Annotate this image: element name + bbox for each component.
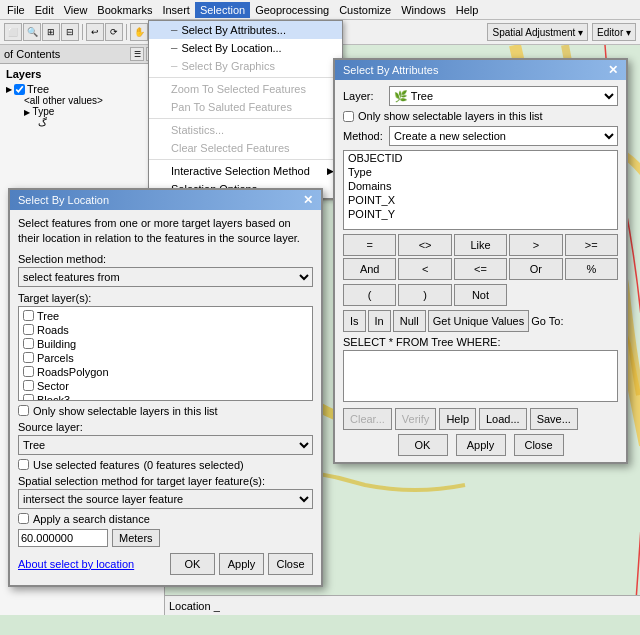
attributes-dialog-title: Select By Attributes ✕ bbox=[335, 60, 626, 80]
dropdown-sep-2 bbox=[149, 118, 342, 119]
target-layers-list: Tree Roads Building Parcels RoadsPolygon… bbox=[18, 306, 313, 401]
select-by-attributes-dialog: Select By Attributes ✕ Layer: 🌿 Tree Onl… bbox=[333, 58, 628, 464]
toolbar-btn-1[interactable]: ⬜ bbox=[4, 23, 22, 41]
toolbar-btn-5[interactable]: ↩ bbox=[86, 23, 104, 41]
layer-roadspolygon-item[interactable]: RoadsPolygon bbox=[21, 365, 310, 379]
attr-only-selectable-label: Only show selectable layers in this list bbox=[358, 110, 543, 122]
about-link[interactable]: About select by location bbox=[18, 558, 134, 570]
fields-listbox[interactable]: OBJECTID Type Domains POINT_X POINT_Y bbox=[343, 150, 618, 230]
toolbar-btn-7[interactable]: ✋ bbox=[130, 23, 148, 41]
clear-btn[interactable]: Clear... bbox=[343, 408, 392, 430]
field-type[interactable]: Type bbox=[344, 165, 617, 179]
dropdown-item-attributes[interactable]: ─ Select By Attributes... bbox=[149, 21, 342, 39]
dropdown-sep-3 bbox=[149, 159, 342, 160]
attr-apply-btn[interactable]: Apply bbox=[456, 434, 506, 456]
attr-method-select[interactable]: Create a new selection bbox=[389, 126, 618, 146]
selection-method-select[interactable]: select features from bbox=[18, 267, 313, 287]
save-btn[interactable]: Save... bbox=[530, 408, 578, 430]
field-pointy[interactable]: POINT_Y bbox=[344, 207, 617, 221]
selection-dropdown: ─ Select By Attributes... ─ Select By Lo… bbox=[148, 20, 343, 199]
sql-label: SELECT * FROM Tree WHERE: bbox=[343, 336, 618, 348]
toolbar-btn-6[interactable]: ⟳ bbox=[105, 23, 123, 41]
layer-tree-item[interactable]: Tree bbox=[21, 309, 310, 323]
menu-bookmarks[interactable]: Bookmarks bbox=[92, 2, 157, 18]
distance-input[interactable] bbox=[18, 529, 108, 547]
dropdown-item-pan: Pan To Saluted Features bbox=[149, 98, 342, 116]
op-is[interactable]: Is bbox=[343, 310, 366, 332]
layer-sector-item[interactable]: Sector bbox=[21, 379, 310, 393]
menu-edit[interactable]: Edit bbox=[30, 2, 59, 18]
goto-label: Go To: bbox=[531, 315, 563, 327]
location-label: Location _ bbox=[169, 600, 220, 612]
menu-view[interactable]: View bbox=[59, 2, 93, 18]
op-like[interactable]: Like bbox=[454, 234, 507, 256]
toolbar-btn-4[interactable]: ⊟ bbox=[61, 23, 79, 41]
select-by-location-dialog: Select By Location ✕ Select features fro… bbox=[8, 188, 323, 587]
layer-parcels-item[interactable]: Parcels bbox=[21, 351, 310, 365]
attr-only-selectable[interactable] bbox=[343, 111, 354, 122]
apply-search-row: Apply a search distance bbox=[18, 513, 313, 525]
op-close-paren[interactable]: ) bbox=[398, 284, 451, 306]
attrs-icon: ─ bbox=[171, 25, 177, 35]
menu-selection[interactable]: Selection bbox=[195, 2, 250, 18]
only-selectable-checkbox[interactable] bbox=[18, 405, 29, 416]
op-open-paren[interactable]: ( bbox=[343, 284, 396, 306]
location-apply-btn[interactable]: Apply bbox=[219, 553, 264, 575]
attr-layer-label: Layer: bbox=[343, 90, 383, 102]
attr-method-label: Method: bbox=[343, 130, 383, 142]
menu-help[interactable]: Help bbox=[451, 2, 484, 18]
op-ne[interactable]: <> bbox=[398, 234, 451, 256]
menu-file[interactable]: File bbox=[2, 2, 30, 18]
dropdown-item-graphics: ─ Select By Graphics bbox=[149, 57, 342, 75]
attr-ok-btn[interactable]: OK bbox=[398, 434, 448, 456]
op-in[interactable]: In bbox=[368, 310, 391, 332]
toc-tree-layer[interactable]: ▶ Tree bbox=[6, 83, 158, 95]
load-btn[interactable]: Load... bbox=[479, 408, 527, 430]
dropdown-item-interactive[interactable]: Interactive Selection Method ▶ bbox=[149, 162, 342, 180]
layer-roads-item[interactable]: Roads bbox=[21, 323, 310, 337]
menu-customize[interactable]: Customize bbox=[334, 2, 396, 18]
help-btn[interactable]: Help bbox=[439, 408, 476, 430]
spatial-method-select[interactable]: intersect the source layer feature bbox=[18, 489, 313, 509]
op-pct[interactable]: % bbox=[565, 258, 618, 280]
only-selectable-row: Only show selectable layers in this list bbox=[18, 405, 313, 417]
location-close-btn[interactable]: Close bbox=[268, 553, 313, 575]
location-dialog-close[interactable]: ✕ bbox=[303, 193, 313, 207]
source-layer-select[interactable]: Tree bbox=[18, 435, 313, 455]
op-and[interactable]: And bbox=[343, 258, 396, 280]
toolbar-btn-2[interactable]: 🔍 bbox=[23, 23, 41, 41]
field-domains[interactable]: Domains bbox=[344, 179, 617, 193]
menu-geoprocessing[interactable]: Geoprocessing bbox=[250, 2, 334, 18]
layer-building-item[interactable]: Building bbox=[21, 337, 310, 351]
field-objectid[interactable]: OBJECTID bbox=[344, 151, 617, 165]
attr-close-btn[interactable]: Close bbox=[514, 434, 564, 456]
layer-block3-item[interactable]: Block3 bbox=[21, 393, 310, 401]
op-lte[interactable]: <= bbox=[454, 258, 507, 280]
location-ok-btn[interactable]: OK bbox=[170, 553, 215, 575]
tree-layer-checkbox[interactable] bbox=[14, 84, 25, 95]
use-selected-checkbox[interactable] bbox=[18, 459, 29, 470]
field-pointx[interactable]: POINT_X bbox=[344, 193, 617, 207]
op-gt[interactable]: > bbox=[509, 234, 562, 256]
op-gte[interactable]: >= bbox=[565, 234, 618, 256]
op-or[interactable]: Or bbox=[509, 258, 562, 280]
dropdown-item-location[interactable]: ─ Select By Location... bbox=[149, 39, 342, 57]
verify-btn[interactable]: Verify bbox=[395, 408, 437, 430]
expand-icon: ▶ bbox=[6, 85, 12, 94]
get-unique-values-btn[interactable]: Get Unique Values bbox=[428, 310, 530, 332]
editor-btn[interactable]: Editor ▾ bbox=[592, 23, 636, 41]
apply-search-checkbox[interactable] bbox=[18, 513, 29, 524]
attributes-dialog-close[interactable]: ✕ bbox=[608, 63, 618, 77]
attr-layer-select[interactable]: 🌿 Tree bbox=[389, 86, 618, 106]
meters-btn[interactable]: Meters bbox=[112, 529, 160, 547]
op-lt[interactable]: < bbox=[398, 258, 451, 280]
menu-insert[interactable]: Insert bbox=[157, 2, 195, 18]
menu-windows[interactable]: Windows bbox=[396, 2, 451, 18]
toc-btn-1[interactable]: ☰ bbox=[130, 47, 144, 61]
op-not[interactable]: Not bbox=[454, 284, 507, 306]
spatial-adjustment-btn[interactable]: Spatial Adjustment ▾ bbox=[487, 23, 588, 41]
toolbar-btn-3[interactable]: ⊞ bbox=[42, 23, 60, 41]
op-eq[interactable]: = bbox=[343, 234, 396, 256]
op-null[interactable]: Null bbox=[393, 310, 426, 332]
sql-textarea[interactable] bbox=[343, 350, 618, 402]
